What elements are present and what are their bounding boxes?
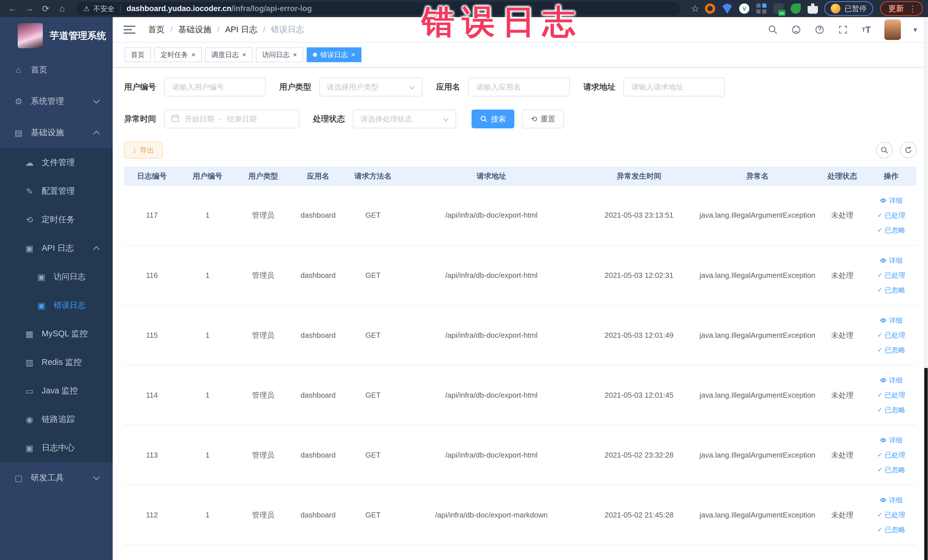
- ignored-link[interactable]: ✓ 已忽略: [868, 283, 914, 298]
- sidebar-item[interactable]: ▣ API 日志: [0, 234, 113, 262]
- grid-extension-icon[interactable]: [756, 3, 766, 14]
- refresh-button[interactable]: [900, 142, 917, 158]
- browser-menu-kebab-icon[interactable]: ⋮: [908, 4, 917, 14]
- processed-link[interactable]: ✓ 已处理: [868, 208, 914, 223]
- adblock-extension-icon[interactable]: [705, 3, 715, 14]
- detail-link[interactable]: 详细: [868, 313, 914, 328]
- method-cell: GET: [345, 185, 401, 245]
- column-header[interactable]: 用户类型: [235, 166, 291, 185]
- request-url-input[interactable]: [623, 78, 725, 96]
- ignored-link[interactable]: ✓ 已忽略: [868, 522, 914, 537]
- column-header[interactable]: 异常名: [696, 166, 819, 185]
- sidebar-item[interactable]: ▥ Redis 监控: [0, 348, 113, 377]
- request-url-cell: /api/infra/db-doc/export-html: [401, 185, 582, 245]
- sidebar-item[interactable]: ▣ 日志中心: [0, 433, 113, 462]
- search-icon[interactable]: [768, 24, 778, 35]
- view-tag[interactable]: 访问日志 ×: [256, 47, 303, 62]
- sidebar-logo-row[interactable]: 芋道管理系统: [0, 17, 113, 54]
- sidebar-item[interactable]: ▭ Java 监控: [0, 377, 113, 405]
- detail-link[interactable]: 详细: [868, 253, 914, 268]
- view-tag[interactable]: 错误日志 ×: [307, 47, 362, 62]
- ignored-link[interactable]: ✓ 已忽略: [868, 462, 914, 477]
- close-icon[interactable]: ×: [191, 51, 195, 58]
- column-header[interactable]: 操作: [866, 166, 917, 185]
- sidebar-item[interactable]: ▢ 研发工具: [0, 462, 113, 493]
- forward-icon[interactable]: →: [22, 3, 37, 14]
- close-icon[interactable]: ×: [293, 51, 297, 58]
- bookmark-star-icon[interactable]: ☆: [691, 3, 699, 14]
- date-range-picker[interactable]: 开始日期 - 结束日期: [164, 110, 299, 128]
- column-header[interactable]: 应用名: [291, 166, 345, 185]
- font-size-icon[interactable]: TT: [861, 24, 872, 35]
- view-tag[interactable]: 调度日志 ×: [205, 47, 252, 62]
- breadcrumb-item[interactable]: 错误日志: [271, 24, 304, 35]
- column-header[interactable]: 用户编号: [180, 166, 235, 185]
- column-header[interactable]: 异常发生时间: [582, 166, 696, 185]
- processed-link[interactable]: ✓ 已处理: [868, 388, 914, 403]
- view-tag[interactable]: 定时任务 ×: [154, 47, 202, 62]
- avatar-caret-icon[interactable]: ▾: [913, 25, 917, 34]
- sidebar-item[interactable]: ▤ 基础设施: [0, 117, 113, 148]
- column-header[interactable]: 处理状态: [819, 166, 866, 185]
- view-tag[interactable]: 首页: [125, 47, 151, 62]
- page-scrollbar-track[interactable]: [924, 17, 928, 560]
- update-button[interactable]: 更新 ⋮: [880, 1, 923, 16]
- sidebar-item[interactable]: ⟲ 定时任务: [0, 205, 113, 234]
- ignored-link[interactable]: ✓ 已忽略: [868, 403, 914, 417]
- leaf-extension-icon[interactable]: [791, 3, 801, 14]
- sidebar-item[interactable]: ▦ MySQL 监控: [0, 319, 113, 348]
- detail-link[interactable]: 详细: [868, 433, 914, 448]
- reload-icon[interactable]: ⟳: [38, 3, 53, 14]
- ignored-link[interactable]: ✓ 已忽略: [868, 223, 914, 238]
- reset-button[interactable]: ⟲ 重置: [522, 110, 564, 128]
- sidebar-item[interactable]: ▣ 错误日志: [0, 291, 113, 319]
- profile-paused-pill[interactable]: 已暂停: [824, 1, 873, 16]
- column-header[interactable]: 日志编号: [124, 166, 180, 185]
- processed-link[interactable]: ✓ 已处理: [868, 268, 914, 283]
- avatar[interactable]: [884, 20, 901, 40]
- shield-extension-icon[interactable]: [722, 3, 732, 14]
- toggle-search-button[interactable]: [876, 142, 893, 158]
- extensions-puzzle-icon[interactable]: [807, 3, 818, 14]
- process-status-select[interactable]: 请选择处理状态: [353, 110, 456, 128]
- breadcrumb-item[interactable]: API 日志: [225, 24, 257, 35]
- detail-link[interactable]: 详细: [868, 493, 914, 508]
- sidebar-item[interactable]: ▣ 访问日志: [0, 262, 113, 291]
- ignored-link[interactable]: ✓ 已忽略: [868, 343, 914, 357]
- sidebar-toggle-icon[interactable]: [124, 23, 136, 36]
- breadcrumb-item[interactable]: 基础设施: [178, 24, 211, 35]
- close-icon[interactable]: ×: [351, 51, 355, 58]
- processed-link[interactable]: ✓ 已处理: [868, 508, 914, 522]
- detail-link[interactable]: 详细: [868, 373, 914, 388]
- sidebar-item[interactable]: ◉ 链路追踪: [0, 405, 113, 433]
- page-scrollbar-thumb[interactable]: [924, 368, 928, 560]
- breadcrumb-item[interactable]: 首页: [148, 24, 165, 35]
- user-type-select[interactable]: 请选择用户类型: [319, 78, 423, 96]
- view-tag-label: 访问日志: [262, 50, 290, 60]
- column-header[interactable]: 请求地址: [401, 166, 582, 185]
- detail-link[interactable]: 详细: [868, 193, 914, 208]
- export-button[interactable]: ↓ 导出: [124, 142, 163, 159]
- green-extension-icon[interactable]: v: [739, 3, 749, 14]
- log-id-cell: 114: [124, 365, 180, 425]
- security-label[interactable]: 不安全: [93, 4, 114, 14]
- method-cell: GET: [345, 485, 401, 545]
- user-id-input[interactable]: [164, 78, 266, 96]
- fullscreen-icon[interactable]: [838, 24, 849, 35]
- column-header[interactable]: 请求方法名: [345, 166, 401, 185]
- address-bar[interactable]: ⚠ 不安全 dashboard.yudao.iocoder.cn /infra/…: [76, 2, 681, 15]
- back-icon[interactable]: ←: [5, 3, 20, 14]
- sidebar-item[interactable]: ⌂ 首页: [0, 54, 113, 85]
- close-icon[interactable]: ×: [242, 51, 246, 58]
- sidebar-item[interactable]: ⚙ 系统管理: [0, 85, 113, 117]
- sidebar-item[interactable]: ☁ 文件管理: [0, 148, 113, 177]
- processed-link[interactable]: ✓ 已处理: [868, 328, 914, 343]
- search-button[interactable]: 搜索: [472, 110, 514, 128]
- github-icon[interactable]: [791, 24, 801, 35]
- app-name-input[interactable]: [468, 78, 570, 96]
- processed-link[interactable]: ✓ 已处理: [868, 448, 914, 462]
- help-icon[interactable]: [814, 24, 825, 35]
- switch-extension-icon[interactable]: on: [773, 3, 784, 14]
- sidebar-item[interactable]: ✎ 配置管理: [0, 177, 113, 205]
- home-icon[interactable]: ⌂: [55, 3, 70, 14]
